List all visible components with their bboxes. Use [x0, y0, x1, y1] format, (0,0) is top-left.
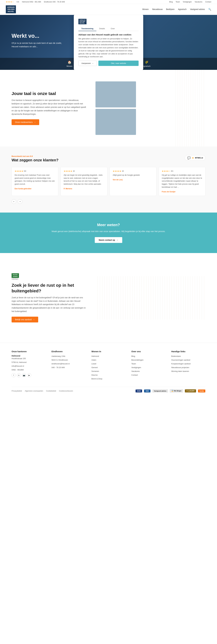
badge-nvm: NVM: [136, 390, 142, 392]
footer-link-vacatures[interactable]: Vacatures: [131, 370, 166, 373]
spacer-1: [0, 253, 217, 262]
nav-team[interactable]: Team: [176, 1, 180, 3]
linkedin-icon[interactable]: in: [17, 373, 21, 377]
topbar: ★★★★☆ 8.8 Helmond 0492 - 661 884 Eindhov…: [0, 0, 217, 4]
nav-vacatures[interactable]: Vacatures: [195, 1, 202, 3]
cookie-body: We gebruiken cookies om je beter en pers…: [78, 37, 138, 58]
footer-link-deurne[interactable]: Deurne: [92, 374, 126, 377]
cookie-aanpassen-button[interactable]: Aanpassen →: [78, 60, 97, 66]
arrow-icon: →: [116, 239, 118, 241]
footer-col-kantoren: Onze kantoren Helmond Hooikhstraat 155 5…: [12, 350, 46, 381]
footer-link-brent[interactable]: Brent & Dorp: [92, 377, 126, 380]
footer-link-taxeren[interactable]: Woning laten taxeren: [171, 370, 206, 373]
cookie-tab-over[interactable]: Over: [108, 26, 118, 31]
footer-link-contact[interactable]: Contact: [131, 374, 166, 377]
buiten-sub: makelaars: [12, 278, 18, 280]
footer-link-team[interactable]: Team: [131, 362, 166, 366]
search-icon[interactable]: 🔍: [208, 8, 211, 11]
nav-blog[interactable]: Blog: [169, 1, 173, 3]
footer-cookievoorkeuren[interactable]: Cookievoorkeuren: [59, 390, 73, 392]
mtmo-star: ★: [192, 157, 194, 159]
score-4: 8.5: [171, 170, 173, 172]
footer-link-helmond[interactable]: Helmond: [92, 355, 126, 358]
footer-link-koopwoningen[interactable]: Koopwoningen aanbod: [171, 362, 206, 366]
nav-vastgoed[interactable]: Vastgoed advies: [190, 8, 205, 10]
office2-address: Aalsterweg 134c: [52, 355, 86, 358]
review-author-1[interactable]: Een funda-gebruiker: [14, 188, 55, 190]
footer-link-asten[interactable]: Asten: [92, 358, 126, 362]
youtube-icon[interactable]: ▶: [27, 373, 31, 377]
cookie-ok-button[interactable]: Oké, naar website: [98, 60, 138, 66]
arrow-icon: →: [34, 121, 36, 123]
carousel-next-button[interactable]: →: [18, 199, 22, 204]
buitengebied-logo: BUITEN GEBIED makelaars: [12, 273, 87, 280]
nav-wonen[interactable]: Wonen: [142, 8, 149, 10]
footer-bottom-links: Privacybeleid Algemene voorwaarden Cooki…: [12, 390, 73, 392]
review-stars-4: ★★★★☆ 8.5: [162, 170, 202, 172]
footer-office1: Helmond Hooikhstraat 155 5706 AL Helmond…: [12, 355, 46, 377]
office2-phone: 040 - 78 20 849: [52, 366, 86, 369]
footer-link-vestigingen[interactable]: Vestigingen: [131, 366, 166, 369]
footer-link-huurwoningen[interactable]: Huurwoningen aanbod: [171, 358, 206, 362]
section-reviews: Beoordeeld met een 8.8 Wat zeggen onze k…: [0, 146, 217, 212]
hero-section: Werkt vo... Of je nu je eerste huis op z…: [0, 15, 217, 70]
footer-link-blog[interactable]: Blog: [131, 355, 166, 358]
cookie-modal-overlay: ADRIAAN VAN DEN HEUVEL Toestemming Detai…: [0, 15, 217, 70]
review-author-3[interactable]: Von de Loo): [113, 179, 153, 181]
carousel-prev-button[interactable]: ←: [12, 199, 16, 204]
buitengebied-button[interactable]: Bekijk ons aanbod →: [12, 317, 38, 322]
facebook-icon[interactable]: f: [12, 373, 16, 377]
badge-rik: 🏅 Rik Belgie: [170, 389, 183, 392]
footer-col-wonen: Wonen In Helmond Asten Lissel Gemert Som…: [92, 350, 126, 381]
cookie-heading: Adriaan van den Heuvel maakt gebruik van…: [78, 34, 138, 36]
mtmo-label: MTMO.nl: [195, 157, 203, 159]
nav-nieuwbouw[interactable]: Nieuwbouw: [152, 8, 162, 10]
office2-email[interactable]: eindhoven@heuvel.nl: [52, 362, 86, 366]
topbar-right[interactable]: Blog Team Vestigingen Vacatures Contact: [169, 1, 211, 3]
footer-voorwaarden[interactable]: Algemene voorwaarden: [25, 390, 43, 392]
office1-city: Helmond: [12, 355, 20, 357]
score-2: 10: [73, 170, 75, 172]
chat-icon: 💬: [187, 156, 191, 160]
office1-socials: f in 📷 ▶: [12, 373, 46, 377]
meer-weten-body: Maak gerust een (telefonische) afspraak …: [12, 230, 206, 233]
review-author-4[interactable]: Frans de Gooijer: [162, 191, 202, 193]
score-3: 10: [122, 170, 124, 172]
buitengebied-heading: Zoek je liever de rust op in het buiteng…: [12, 282, 87, 294]
instagram-icon[interactable]: 📷: [22, 373, 26, 377]
footer-link-lissel[interactable]: Lissel: [92, 362, 126, 366]
footer-badges: NVM VBO Vastgoed advies 🏅 Rik Belgie ✦ L…: [136, 389, 206, 392]
cookie-modal: ADRIAAN VAN DEN HEUVEL Toestemming Detai…: [74, 15, 143, 70]
office1-email[interactable]: info@heuvel.nl: [12, 364, 46, 368]
badge-vastgoed: Vastgoed advies: [152, 390, 168, 392]
footer-cookiebeleid[interactable]: Cookiebeleid: [46, 390, 56, 392]
cookie-tab-toestemming[interactable]: Toestemming: [78, 26, 96, 31]
footer-link-beoordelingen[interactable]: Beoordelingen: [131, 358, 166, 362]
topbar-left: ★★★★☆ 8.8 Helmond 0492 - 661 884 Eindhov…: [6, 1, 65, 3]
footer-link-nieuwbouw[interactable]: Nieuwbouw projecten: [171, 366, 206, 369]
nav-agrarisch[interactable]: Agrarisch: [178, 8, 186, 10]
review-author-2[interactable]: P. Mertens: [64, 188, 104, 190]
medewerkers-button[interactable]: Onze medewerkers →: [12, 119, 39, 125]
footer-link-buitenstare[interactable]: Buitenstare: [171, 355, 206, 358]
section-jouw-taal: Jouw taal is onze taal Ons kantoor is be…: [0, 70, 217, 146]
footer-privacy[interactable]: Privacybeleid: [12, 390, 22, 392]
neem-contact-op-button[interactable]: Neem contact op →: [95, 237, 122, 243]
footer-link-someren[interactable]: Someren: [92, 370, 126, 373]
beoordeeld-score: Beoordeeld met een 8.8: [12, 155, 58, 157]
footer-link-gemert[interactable]: Gemert: [92, 366, 126, 369]
nav-bedrijven[interactable]: Bedrijven: [166, 8, 174, 10]
jouw-taal-body: Ons kantoor is bewust opgesplitst in vie…: [12, 98, 87, 116]
footer-col-over-ons: Over ons Blog Beoordelingen Team Vestigi…: [131, 350, 166, 381]
nav-vestigingen[interactable]: Vestigingen: [183, 1, 192, 3]
mtmo-badge[interactable]: 💬 ★ MTMO.nl: [185, 155, 206, 161]
buitengebied-body: Zoek je liever de rust op in het buiteng…: [12, 296, 87, 313]
footer-cols: Onze kantoren Helmond Hooikhstraat 155 5…: [12, 350, 206, 381]
nav-contact[interactable]: Contact: [205, 1, 211, 3]
review-stars-2: ★★★★★ 10: [64, 170, 104, 172]
review-card-3: ★★★★★ 10 Altijd goed op de hoogte gestel…: [110, 167, 156, 196]
office1-postcode: 5706 AL Helmond: [12, 361, 46, 364]
buitengebied-content: BUITEN GEBIED makelaars Zoek je liever d…: [12, 273, 87, 322]
cookie-tab-details[interactable]: Details: [96, 26, 108, 31]
footer-over-heading: Over ons: [131, 350, 166, 353]
